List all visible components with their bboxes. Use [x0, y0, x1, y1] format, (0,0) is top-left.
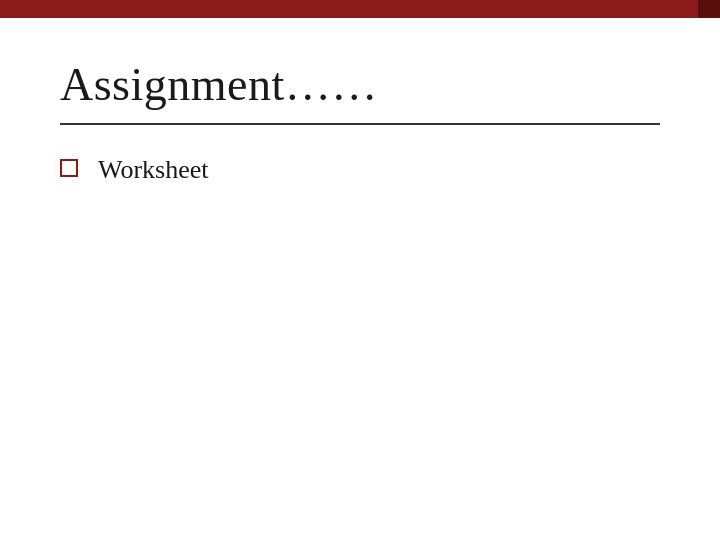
title-divider — [60, 123, 660, 125]
top-bar — [0, 0, 720, 18]
bullet-text: Worksheet — [98, 153, 209, 187]
bullet-list: Worksheet — [60, 153, 660, 187]
slide-title: Assignment…… — [60, 58, 660, 111]
top-bar-corner — [698, 0, 720, 18]
list-item: Worksheet — [60, 153, 660, 187]
slide-content: Assignment…… Worksheet — [0, 18, 720, 237]
bullet-icon — [60, 159, 78, 177]
